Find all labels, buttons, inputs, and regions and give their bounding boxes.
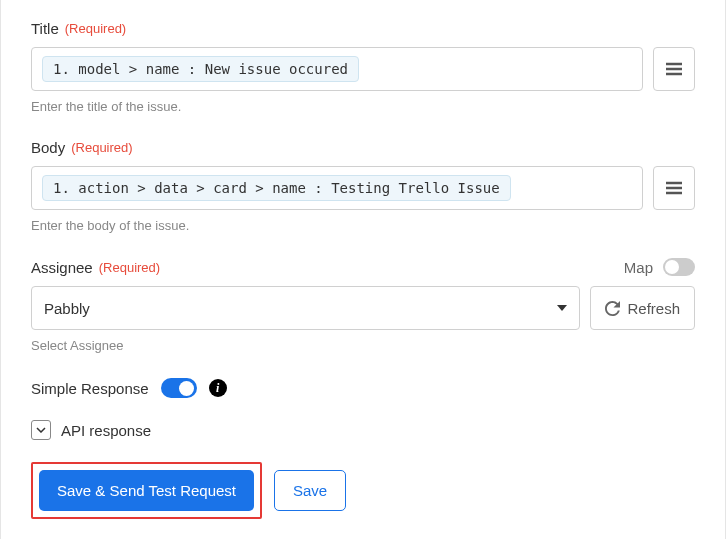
refresh-label: Refresh [627,300,680,317]
api-response-row: API response [31,420,695,440]
title-hint: Enter the title of the issue. [31,99,695,114]
assignee-hint: Select Assignee [31,338,695,353]
assignee-label-row: Assignee (Required) Map [31,258,695,276]
title-token[interactable]: 1. model > name : New issue occured [42,56,359,82]
simple-response-row: Simple Response i [31,378,695,398]
assignee-input-row: Pabbly Refresh [31,286,695,330]
assignee-label-wrap: Assignee (Required) [31,259,160,276]
assignee-selected-value: Pabbly [44,300,90,317]
body-token[interactable]: 1. action > data > card > name : Testing… [42,175,511,201]
assignee-select[interactable]: Pabbly [31,286,580,330]
title-input[interactable]: 1. model > name : New issue occured [31,47,643,91]
assignee-label: Assignee [31,259,93,276]
body-hint: Enter the body of the issue. [31,218,695,233]
map-toggle[interactable] [663,258,695,276]
title-required-tag: (Required) [65,21,126,36]
api-response-label: API response [61,422,151,439]
body-input[interactable]: 1. action > data > card > name : Testing… [31,166,643,210]
simple-response-toggle[interactable] [161,378,197,398]
title-label: Title [31,20,59,37]
title-input-row: 1. model > name : New issue occured [31,47,695,91]
body-required-tag: (Required) [71,140,132,155]
body-menu-button[interactable] [653,166,695,210]
menu-icon [664,180,684,196]
map-group: Map [624,258,695,276]
save-button[interactable]: Save [274,470,346,511]
refresh-button[interactable]: Refresh [590,286,695,330]
map-label: Map [624,259,653,276]
chevron-down-icon [36,427,46,433]
info-icon[interactable]: i [209,379,227,397]
refresh-icon [605,301,620,316]
body-label: Body [31,139,65,156]
body-field-group: Body (Required) 1. action > data > card … [31,139,695,233]
caret-down-icon [557,305,567,311]
title-label-row: Title (Required) [31,20,695,37]
title-field-group: Title (Required) 1. model > name : New i… [31,20,695,114]
simple-response-label: Simple Response [31,380,149,397]
button-row: Save & Send Test Request Save [31,462,695,519]
primary-button-highlight: Save & Send Test Request [31,462,262,519]
body-input-row: 1. action > data > card > name : Testing… [31,166,695,210]
body-label-row: Body (Required) [31,139,695,156]
save-send-test-button[interactable]: Save & Send Test Request [39,470,254,511]
assignee-field-group: Assignee (Required) Map Pabbly Refresh S… [31,258,695,353]
title-menu-button[interactable] [653,47,695,91]
assignee-required-tag: (Required) [99,260,160,275]
menu-icon [664,61,684,77]
api-response-expand[interactable] [31,420,51,440]
